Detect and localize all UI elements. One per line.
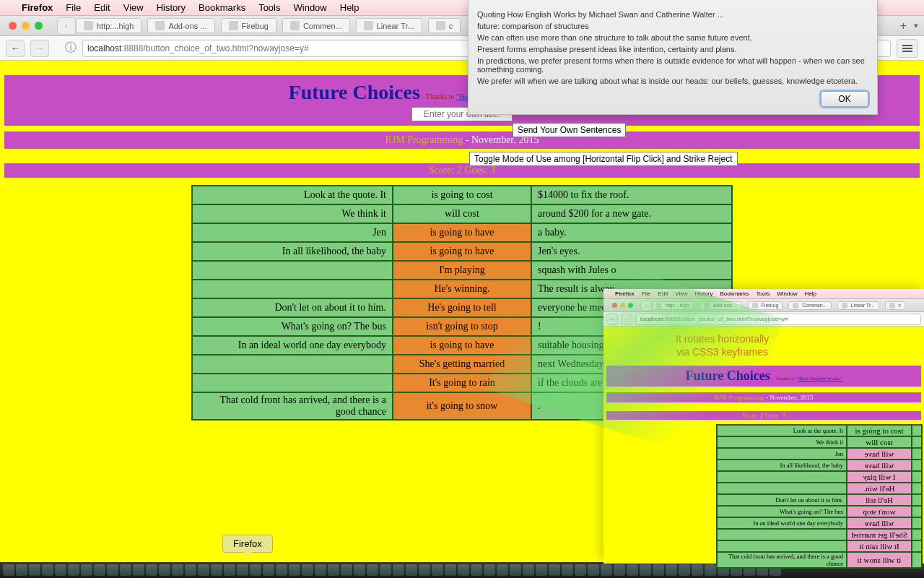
choice-button[interactable]: it's going to snow xyxy=(393,392,531,420)
dock-app-icon[interactable] xyxy=(159,564,170,576)
dock-app-icon[interactable] xyxy=(536,564,547,576)
dock-app-icon[interactable] xyxy=(133,564,144,576)
menu-edit[interactable]: Edit xyxy=(94,2,110,13)
dock-app-icon[interactable] xyxy=(250,564,261,576)
dock-app-icon[interactable] xyxy=(302,564,313,576)
dock-app-icon[interactable] xyxy=(432,564,443,576)
choice-button[interactable]: will cost xyxy=(847,436,912,448)
dock-app-icon[interactable] xyxy=(328,564,339,576)
zoom-window-button[interactable] xyxy=(35,22,43,30)
dock-app-icon[interactable] xyxy=(445,564,456,576)
minimize-window-button[interactable] xyxy=(22,22,30,30)
choice-button[interactable]: will have xyxy=(847,448,912,460)
hamburger-menu-button[interactable] xyxy=(897,39,918,58)
dock-app-icon[interactable] xyxy=(549,564,560,576)
dialog-ok-button[interactable]: OK xyxy=(821,91,868,107)
identity-icon[interactable]: ⓘ xyxy=(65,40,77,56)
choice-button[interactable]: will have xyxy=(847,517,912,529)
menu-view[interactable]: View xyxy=(123,2,144,13)
choice-button[interactable]: I'm playing xyxy=(393,261,531,280)
dock-app-icon[interactable] xyxy=(367,564,378,576)
dock-app-icon[interactable] xyxy=(263,564,274,576)
new-tab-button[interactable]: + xyxy=(900,20,907,33)
browser-tab[interactable]: Linear Tr... xyxy=(356,18,422,33)
dock-app-icon[interactable] xyxy=(393,564,404,576)
browser-tab[interactable]: Add-ons ... xyxy=(147,18,214,33)
choice-button[interactable]: is going to cost xyxy=(393,186,531,204)
choice-button[interactable]: is going to cost xyxy=(847,425,912,436)
send-sentences-button[interactable]: Send Your Own Sentences xyxy=(513,123,626,137)
dock-app-icon[interactable] xyxy=(484,564,495,576)
dock-app-icon[interactable] xyxy=(16,564,27,576)
dock-app-icon[interactable] xyxy=(172,564,183,576)
dock-app-icon[interactable] xyxy=(341,564,352,576)
menu-file[interactable]: File xyxy=(66,2,81,13)
dock-app-icon[interactable] xyxy=(224,564,235,576)
dock-app-icon[interactable] xyxy=(523,564,534,576)
choice-button[interactable]: I will play xyxy=(847,471,912,483)
dock-app-icon[interactable] xyxy=(588,564,599,576)
dock-app-icon[interactable] xyxy=(315,564,326,576)
choice-button[interactable]: is going to have xyxy=(393,223,531,242)
dock-app-icon[interactable] xyxy=(120,564,131,576)
choice-button[interactable]: is going to have xyxy=(393,242,531,261)
choice-button[interactable]: She'll get married xyxy=(847,529,912,540)
choice-button[interactable]: He'll tell xyxy=(847,494,912,506)
table-row: I will play xyxy=(717,471,922,483)
dock-app-icon[interactable] xyxy=(406,564,417,576)
dock-app-icon[interactable] xyxy=(510,564,521,576)
choice-button[interactable]: He'll win. xyxy=(847,483,912,494)
menu-tools[interactable]: Tools xyxy=(258,2,280,13)
choice-button[interactable]: She's getting married xyxy=(393,355,531,374)
dock-app-icon[interactable] xyxy=(237,564,248,576)
choice-button[interactable]: It's going to rain xyxy=(393,374,531,392)
dock-app-icon[interactable] xyxy=(354,564,365,576)
browser-tab[interactable]: http:...high xyxy=(76,18,141,33)
sidebar-toggle-icon[interactable]: ‹ xyxy=(57,17,76,35)
choice-button[interactable]: is going to have xyxy=(393,336,531,355)
choice-button[interactable]: won't stop xyxy=(847,506,912,517)
sentence-trail xyxy=(912,529,922,540)
dock-app-icon[interactable] xyxy=(107,564,118,576)
dock-app-icon[interactable] xyxy=(81,564,92,576)
menubar-app-name[interactable]: Firefox xyxy=(22,2,53,13)
dock-app-icon[interactable] xyxy=(419,564,430,576)
choice-button[interactable]: He's going to tell xyxy=(393,298,531,317)
choice-button[interactable]: He's winning. xyxy=(393,280,531,298)
dock-app-icon[interactable] xyxy=(575,564,586,576)
back-button[interactable]: ← xyxy=(6,40,25,57)
dock-app-icon[interactable] xyxy=(185,564,196,576)
dock-app-icon[interactable] xyxy=(458,564,469,576)
dock-app-icon[interactable] xyxy=(55,564,66,576)
dock-app-icon[interactable] xyxy=(42,564,53,576)
dock-app-icon[interactable] xyxy=(198,564,209,576)
choice-button[interactable]: will have xyxy=(847,460,912,471)
menu-window[interactable]: Window xyxy=(294,2,327,13)
dock-app-icon[interactable] xyxy=(94,564,105,576)
choice-button[interactable]: isn't going to stop xyxy=(393,317,531,336)
dock-app-icon[interactable] xyxy=(471,564,482,576)
dock-app-icon[interactable] xyxy=(497,564,508,576)
dock-app-icon[interactable] xyxy=(211,564,222,576)
tab-overflow-icon[interactable]: ▾ xyxy=(914,21,918,30)
browser-tab[interactable]: Commen... xyxy=(282,18,350,33)
dock-app-icon[interactable] xyxy=(276,564,287,576)
close-window-button[interactable] xyxy=(9,22,17,30)
dock-app-icon[interactable] xyxy=(289,564,300,576)
toggle-mode-button[interactable]: Toggle Mode of Use among [Horizontal Fli… xyxy=(469,152,738,166)
dock-app-icon[interactable] xyxy=(562,564,573,576)
browser-tab[interactable]: c xyxy=(428,18,461,33)
choice-button[interactable]: It will rain it xyxy=(847,540,912,552)
dock-app-icon[interactable] xyxy=(68,564,79,576)
browser-tab[interactable]: Firebug xyxy=(221,18,276,33)
dock-app-icon[interactable] xyxy=(146,564,157,576)
menu-history[interactable]: History xyxy=(157,2,186,13)
dock-app-icon[interactable] xyxy=(29,564,40,576)
menu-help[interactable]: Help xyxy=(340,2,359,13)
choice-button[interactable]: it wons lliw ti xyxy=(847,552,912,568)
dock-app-icon[interactable] xyxy=(3,564,14,576)
choice-button[interactable]: will cost xyxy=(393,204,531,223)
forward-button[interactable]: → xyxy=(30,40,49,57)
menu-bookmarks[interactable]: Bookmarks xyxy=(199,2,245,13)
dock-app-icon[interactable] xyxy=(380,564,391,576)
